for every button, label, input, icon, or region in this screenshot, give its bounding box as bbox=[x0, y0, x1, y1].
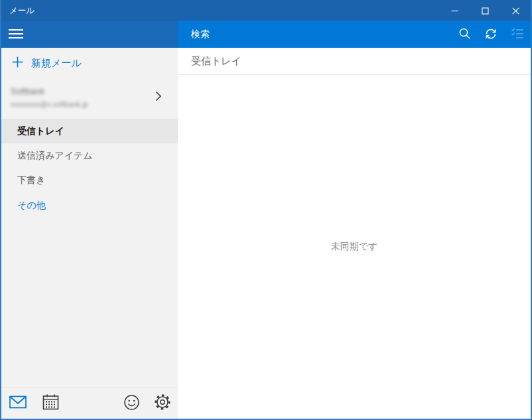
main-area: 新規メール Softbank xxxxxxxx@x.softbank.jp 受信… bbox=[1, 48, 531, 419]
sidebar: 新規メール Softbank xxxxxxxx@x.softbank.jp 受信… bbox=[1, 48, 178, 419]
chevron-right-icon bbox=[155, 91, 162, 104]
folder-list: 受信トレイ 送信済みアイテム 下書き その他 bbox=[1, 119, 178, 218]
new-mail-button[interactable]: 新規メール bbox=[1, 48, 178, 78]
hamburger-menu-button[interactable] bbox=[1, 21, 31, 48]
window-title: メール bbox=[1, 5, 439, 17]
titlebar: メール bbox=[1, 0, 531, 21]
close-button[interactable] bbox=[500, 0, 531, 21]
inbox-heading: 受信トレイ bbox=[191, 55, 241, 68]
sidebar-commandbar bbox=[1, 21, 178, 48]
content-pane: 受信トレイ 未同期です bbox=[178, 48, 531, 419]
folder-item-more[interactable]: その他 bbox=[1, 193, 178, 218]
content-header: 受信トレイ bbox=[178, 48, 531, 75]
search-placeholder: 検索 bbox=[178, 29, 451, 40]
empty-state-message: 未同期です bbox=[331, 241, 378, 253]
plus-icon bbox=[12, 56, 23, 70]
window-controls bbox=[439, 0, 531, 21]
commandbar: 検索 bbox=[1, 21, 531, 48]
message-list-empty-state: 未同期です bbox=[178, 75, 531, 419]
close-icon bbox=[512, 7, 519, 15]
calendar-view-button[interactable] bbox=[41, 394, 60, 413]
folder-item-drafts[interactable]: 下書き bbox=[1, 168, 178, 192]
sidebar-spacer bbox=[1, 218, 178, 387]
folder-item-sent[interactable]: 送信済みアイテム bbox=[1, 143, 178, 168]
maximize-icon bbox=[482, 7, 489, 15]
multiselect-icon bbox=[511, 28, 524, 42]
folder-item-inbox[interactable]: 受信トレイ bbox=[1, 119, 178, 143]
sync-icon bbox=[484, 27, 498, 42]
account-email: xxxxxxxx@x.softbank.jp bbox=[11, 100, 155, 108]
maximize-button[interactable] bbox=[470, 0, 500, 21]
folder-label: その他 bbox=[17, 200, 46, 212]
feedback-smiley-icon bbox=[123, 394, 140, 413]
folder-label: 下書き bbox=[17, 175, 45, 186]
mail-app-window: メール bbox=[0, 0, 532, 420]
search-icon bbox=[458, 27, 471, 42]
mail-icon bbox=[9, 395, 27, 411]
minimize-icon bbox=[451, 7, 458, 15]
minimize-button[interactable] bbox=[439, 0, 470, 21]
nav-left-group bbox=[1, 394, 122, 413]
account-name: Softbank bbox=[11, 86, 155, 96]
folder-label: 送信済みアイテム bbox=[17, 150, 93, 162]
account-selector[interactable]: Softbank xxxxxxxx@x.softbank.jp bbox=[1, 78, 178, 119]
calendar-icon bbox=[42, 394, 59, 412]
settings-button[interactable] bbox=[153, 394, 172, 413]
search-button[interactable] bbox=[451, 21, 478, 48]
nav-right-group bbox=[122, 394, 178, 413]
account-info: Softbank xxxxxxxx@x.softbank.jp bbox=[11, 86, 155, 108]
new-mail-label: 新規メール bbox=[31, 57, 82, 70]
sync-button[interactable] bbox=[478, 21, 504, 48]
sidebar-bottombar bbox=[1, 387, 178, 419]
feedback-button[interactable] bbox=[122, 394, 141, 413]
search-bar[interactable]: 検索 bbox=[178, 21, 531, 48]
folder-label: 受信トレイ bbox=[17, 125, 64, 137]
multiselect-button[interactable] bbox=[504, 21, 531, 48]
hamburger-icon bbox=[9, 29, 23, 41]
mail-view-button[interactable] bbox=[9, 394, 27, 413]
settings-gear-icon bbox=[154, 393, 171, 413]
